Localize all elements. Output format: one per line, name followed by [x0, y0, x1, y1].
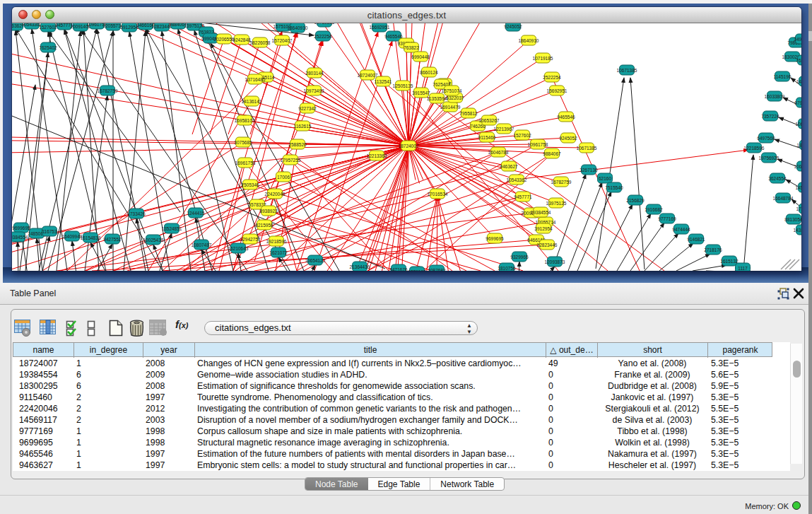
svg-text:6322037: 6322037: [446, 95, 464, 100]
svg-text:8660124: 8660124: [420, 70, 438, 75]
svg-text:9884067: 9884067: [543, 151, 561, 156]
svg-text:10654122: 10654122: [305, 258, 326, 263]
svg-text:6497568: 6497568: [757, 136, 775, 141]
svg-text:8427552: 8427552: [103, 237, 122, 242]
svg-text:763822: 763822: [404, 45, 419, 50]
svg-text:7955812: 7955812: [459, 111, 478, 116]
svg-text:13524851: 13524851: [162, 226, 182, 231]
svg-text:1810756: 1810756: [498, 266, 516, 271]
svg-text:1527602: 1527602: [513, 133, 531, 138]
svg-text:10961758: 10961758: [528, 142, 548, 147]
svg-text:2588520: 2588520: [288, 142, 307, 147]
svg-text:16961758: 16961758: [235, 160, 256, 165]
svg-text:11353594: 11353594: [427, 96, 447, 101]
svg-text:15751074: 15751074: [442, 88, 462, 93]
svg-text:1162615: 1162615: [294, 124, 312, 129]
svg-text:20206556: 20206556: [214, 37, 235, 42]
svg-text:17006: 17006: [277, 175, 290, 180]
svg-text:12942757: 12942757: [240, 237, 261, 242]
svg-text:16154838: 16154838: [81, 235, 101, 240]
svg-text:9242848: 9242848: [233, 37, 251, 42]
svg-text:3912954: 3912954: [120, 25, 139, 30]
svg-text:6990448: 6990448: [411, 54, 430, 59]
svg-text:16409948: 16409948: [62, 234, 83, 239]
svg-text:12213967: 12213967: [494, 127, 514, 132]
svg-text:2156829: 2156829: [626, 198, 645, 203]
svg-text:2522254: 2522254: [314, 34, 332, 39]
svg-text:17016534: 17016534: [428, 192, 448, 197]
svg-text:6794078: 6794078: [794, 100, 801, 105]
svg-text:1916682: 1916682: [645, 207, 663, 212]
svg-text:9329965: 9329965: [510, 255, 529, 259]
svg-text:18807249: 18807249: [797, 143, 801, 148]
svg-text:9699695: 9699695: [12, 226, 30, 230]
svg-text:18724007: 18724007: [358, 73, 378, 78]
svg-text:10671385: 10671385: [577, 146, 597, 151]
svg-text:2505346: 2505346: [241, 182, 259, 187]
svg-text:14520746: 14520746: [796, 185, 801, 190]
svg-text:9699695: 9699695: [486, 236, 504, 241]
svg-text:16033809: 16033809: [765, 94, 785, 99]
svg-text:12218596: 12218596: [744, 146, 765, 151]
svg-text:15720407: 15720407: [272, 38, 293, 43]
svg-text:15692951: 15692951: [547, 88, 567, 93]
svg-text:8215958: 8215958: [255, 223, 273, 228]
svg-text:12505135: 12505135: [393, 83, 413, 88]
svg-text:1244415: 1244415: [187, 211, 205, 216]
svg-text:10973493: 10973493: [304, 88, 324, 93]
svg-text:7625402: 7625402: [39, 45, 57, 50]
svg-text:8938923: 8938923: [259, 209, 278, 214]
svg-text:58226058: 58226058: [250, 40, 271, 45]
svg-text:2522254: 2522254: [543, 75, 561, 80]
svg-text:18640910: 18640910: [288, 25, 308, 30]
svg-text:9457771: 9457771: [514, 194, 532, 199]
svg-text:3624554: 3624554: [768, 176, 787, 181]
svg-text:2087682: 2087682: [428, 268, 446, 271]
svg-text:10719185: 10719185: [533, 56, 553, 61]
svg-text:18640910: 18640910: [519, 38, 539, 43]
svg-text:16782759: 16782759: [98, 88, 118, 93]
svg-text:10025438: 10025438: [143, 238, 164, 243]
svg-text:19384554: 19384554: [531, 210, 551, 215]
svg-text:1117: 1117: [738, 266, 748, 271]
svg-text:3912954: 3912954: [534, 226, 553, 231]
svg-text:1621072: 1621072: [269, 250, 288, 255]
svg-text:9777169: 9777169: [658, 216, 676, 221]
svg-text:10543362: 10543362: [507, 177, 527, 182]
svg-text:21364436: 21364436: [350, 264, 370, 269]
svg-text:16648784: 16648784: [773, 196, 794, 201]
svg-text:14383061: 14383061: [794, 228, 801, 233]
svg-text:7632621: 7632621: [796, 58, 801, 63]
svg-text:3915547: 3915547: [412, 90, 430, 95]
svg-text:13975125: 13975125: [546, 201, 567, 206]
svg-text:19384554: 19384554: [12, 235, 28, 240]
svg-text:18724007: 18724007: [399, 144, 419, 148]
svg-text:9227342: 9227342: [298, 106, 317, 111]
svg-text:2803144: 2803144: [305, 71, 324, 76]
svg-text:14136141: 14136141: [242, 99, 262, 104]
svg-text:22420046: 22420046: [265, 192, 286, 197]
svg-text:7515540: 7515540: [605, 185, 623, 190]
svg-text:6379197: 6379197: [408, 269, 426, 271]
svg-text:17957255: 17957255: [281, 158, 301, 163]
svg-text:9146821: 9146821: [687, 237, 705, 242]
svg-text:10688609: 10688609: [796, 122, 801, 127]
svg-text:1733426: 1733426: [127, 211, 146, 216]
svg-text:19756925: 19756925: [759, 156, 779, 160]
svg-text:16914479: 16914479: [440, 105, 461, 110]
svg-text:12093873: 12093873: [545, 259, 565, 264]
svg-text:10719185: 10719185: [314, 23, 335, 25]
svg-text:116753: 116753: [42, 229, 57, 234]
svg-text:9465546: 9465546: [557, 115, 575, 119]
svg-text:1527602: 1527602: [39, 25, 57, 30]
svg-text:7357224: 7357224: [761, 114, 779, 119]
svg-text:9474444: 9474444: [672, 227, 690, 232]
svg-text:16210643: 16210643: [228, 246, 249, 251]
svg-text:17359924: 17359924: [796, 206, 801, 211]
svg-text:16782759: 16782759: [551, 180, 572, 185]
svg-text:10807487: 10807487: [192, 243, 212, 247]
svg-text:12823446: 12823446: [537, 243, 558, 247]
svg-text:16958107: 16958107: [235, 118, 255, 123]
svg-text:2718176: 2718176: [704, 247, 722, 252]
svg-text:13716485: 13716485: [245, 77, 266, 82]
